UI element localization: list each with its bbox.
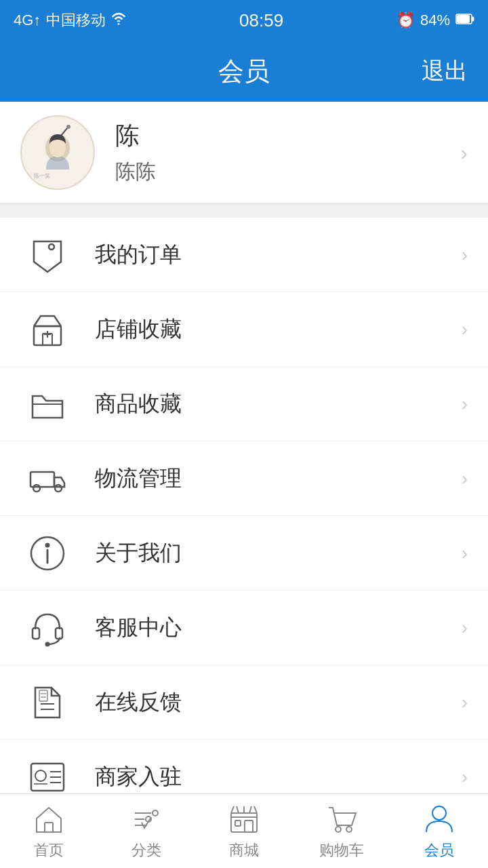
tab-cart[interactable]: 购物车 [293,794,390,868]
status-left: 4G↑ 中国移动 [14,10,126,31]
logistics-chevron: › [462,468,468,490]
tab-member[interactable]: 会员 [390,794,488,868]
feedback-label: 在线反馈 [95,688,462,717]
menu-item-about[interactable]: 关于我们 › [0,516,488,591]
document-icon [20,675,75,730]
menu-item-feedback[interactable]: 在线反馈 › [0,665,488,740]
status-bar: 4G↑ 中国移动 08:59 ⏰ 84% [0,0,488,41]
clock: 08:59 [239,10,283,31]
product-favorites-chevron: › [462,393,468,415]
svg-point-18 [55,485,62,492]
tab-home-label: 首页 [34,840,64,861]
svg-point-9 [49,244,54,250]
profile-section[interactable]: 陈一笑 陈 陈陈 › [0,102,488,204]
tab-member-label: 会员 [424,840,454,861]
about-chevron: › [462,542,468,564]
svg-point-50 [336,827,341,832]
alarm-icon: ⏰ [396,12,415,29]
main-content: 陈一笑 陈 陈陈 › 我的订单 › [0,102,488,868]
wifi-icon [111,11,126,30]
home-icon [32,802,66,836]
logout-button[interactable]: 退出 [422,56,468,87]
svg-rect-36 [45,823,53,832]
merchant-chevron: › [462,766,468,788]
profile-info: 陈 陈陈 [115,119,460,186]
svg-point-6 [66,125,70,129]
header: 会员 退出 [0,41,488,102]
svg-point-21 [46,543,49,547]
orders-chevron: › [462,244,468,266]
menu-item-product-favorites[interactable]: 商品收藏 › [0,367,488,441]
svg-point-0 [118,23,120,25]
svg-rect-2 [472,17,474,21]
status-right: ⏰ 84% [396,12,474,29]
merchant-label: 商家入驻 [95,762,462,792]
info-icon [20,526,75,580]
svg-point-31 [35,770,46,781]
svg-line-5 [61,127,68,136]
svg-point-51 [346,827,352,832]
svg-line-45 [231,806,234,813]
svg-rect-22 [33,628,39,639]
svg-line-47 [237,806,239,813]
svg-rect-43 [235,821,241,826]
carrier: 中国移动 [46,10,106,31]
tab-mall[interactable]: 商城 [195,794,293,868]
avatar: 陈一笑 [20,115,95,190]
store-favorites-label: 店铺收藏 [95,315,462,344]
feedback-chevron: › [462,692,468,713]
svg-line-48 [249,806,251,813]
truck-icon [20,452,75,506]
menu-item-customer-service[interactable]: 客服中心 › [0,591,488,665]
tab-mall-label: 商城 [229,840,259,861]
orders-label: 我的订单 [95,240,462,270]
headphone-icon [20,601,75,655]
customer-service-chevron: › [462,617,468,639]
profile-display-name: 陈 [115,119,460,153]
tab-home[interactable]: 首页 [0,794,98,868]
tab-bar: 首页 分类 [0,793,488,868]
member-icon [422,802,456,836]
svg-rect-16 [30,472,54,487]
svg-rect-27 [39,690,47,701]
customer-service-label: 客服中心 [95,613,462,643]
cart-icon [325,802,359,836]
svg-rect-23 [56,628,62,639]
store-icon [20,302,75,357]
menu-item-orders[interactable]: 我的订单 › [0,218,488,292]
tab-category[interactable]: 分类 [98,794,195,868]
svg-line-46 [254,806,257,813]
svg-point-17 [33,485,40,492]
svg-rect-3 [457,16,469,23]
svg-point-24 [46,642,49,646]
svg-rect-44 [245,821,253,832]
about-label: 关于我们 [95,538,462,568]
product-favorites-label: 商品收藏 [95,389,462,419]
signal-strength: 4G↑ [14,12,41,29]
page-title: 会员 [218,54,270,89]
battery-level: 84% [420,12,450,29]
menu-list: 我的订单 › 店铺收藏 › [0,218,488,814]
profile-username: 陈陈 [115,158,460,186]
battery-icon [455,12,474,29]
store-favorites-chevron: › [462,319,468,340]
profile-chevron: › [460,140,468,165]
tag-icon [20,228,75,282]
logistics-label: 物流管理 [95,464,462,494]
folder-icon [20,377,75,431]
tab-category-label: 分类 [131,840,161,861]
svg-text:陈一笑: 陈一笑 [34,173,50,179]
tab-cart-label: 购物车 [319,840,364,861]
svg-point-38 [152,810,158,816]
menu-item-logistics[interactable]: 物流管理 › [0,441,488,516]
mall-icon [227,802,261,836]
svg-point-7 [49,138,66,157]
menu-item-store-favorites[interactable]: 店铺收藏 › [0,292,488,367]
svg-point-52 [432,806,446,820]
category-icon [129,802,163,836]
